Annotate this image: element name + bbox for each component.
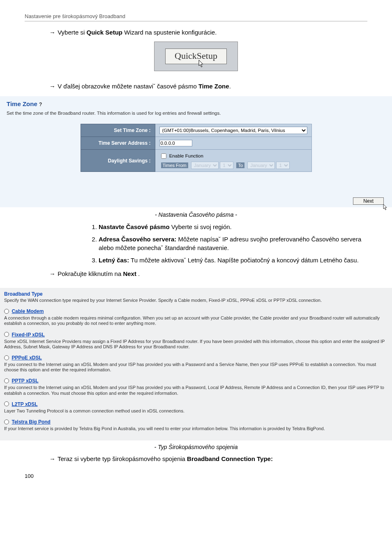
text: V ďalšej obrazovke môžete nastaviˇ časov… [58,83,198,90]
radio-icon[interactable] [4,378,9,383]
instruction-line-2: → V ďalšej obrazovke môžete nastaviˇ čas… [49,83,367,90]
times-from-label: Times From [161,162,188,168]
radio-icon[interactable] [4,309,9,314]
to-label: To [236,162,244,168]
broadband-caption: - Typ Širokopásmového spojenia [25,444,367,450]
option-link[interactable]: Telstra Big Pond [12,419,50,425]
option-link[interactable]: Cable Modem [12,308,44,314]
broadband-heading: Broadband Type [4,291,388,297]
arrow-icon: → [49,270,56,277]
item-rest: Tu môžete aktivovaˇ Letný čas. Napíšte p… [129,257,359,264]
radio-icon[interactable] [4,401,9,406]
daylight-label: Daylight Savings : [81,150,155,172]
from-month-select[interactable]: January [191,162,219,169]
text-bold: Next [123,270,136,277]
option-cable-modem: Cable Modem [4,307,388,315]
instruction-line-1: → Vyberte si Quick Setup Wizard na spust… [49,29,367,36]
time-server-label: Time Server Address : [81,137,155,150]
list-item: Letný čas: Tu môžete aktivovaˇ Letný čas… [99,256,367,264]
text: Wizard na spustenie konfigurácie. [122,29,217,36]
doc-header: Nastavenie pre širokopásmový Broadband [25,13,367,21]
enable-label: Enable Function [169,153,203,158]
item-rest: Vyberte si svoj región. [170,223,232,230]
cursor-icon [198,60,204,68]
quicksetup-panel: QuickSetup [154,42,238,71]
arrow-icon: → [49,83,56,90]
option-l2tp-xdsl: L2TP xDSL [4,400,388,408]
option-telstra-bigpond: Telstra Big Pond [4,418,388,425]
help-icon[interactable]: ? [39,102,42,107]
item-lead: Letný čas: [99,257,129,264]
numbered-list: Nastavte Časové pásmo Vyberte si svoj re… [90,223,367,264]
option-link[interactable]: L2TP xDSL [12,401,37,407]
time-server-input[interactable] [159,140,192,146]
to-month-select[interactable]: January [247,162,275,169]
option-desc: If you connect to the Internet using an … [4,385,388,396]
option-desc: Layer Two Tunneling Protocol is a common… [4,408,388,414]
to-day-select[interactable]: 1 [276,162,290,169]
item-lead: Adresa Časového servera: [99,236,176,243]
option-desc: If your Internet service is provided by … [4,426,388,431]
instruction-line-3: → Pokračujte kliknutím na Next . [49,270,367,277]
option-desc: A connection through a cable modem requi… [4,315,388,326]
radio-icon[interactable] [4,355,9,360]
text-bold: Broadband Connection Type: [187,455,273,462]
set-timezone-label: Set Time Zone : [81,124,155,137]
from-day-select[interactable]: 1 [220,162,233,169]
option-desc: If you connect to the Internet using an … [4,362,388,373]
timezone-title: Time Zone ? [7,100,385,107]
text: Vyberte si [58,29,86,36]
timezone-caption: - Nastavenia Časového pásma - [25,211,367,218]
option-link[interactable]: Fixed-IP xDSL [12,332,44,338]
option-link[interactable]: PPTP xDSL [12,378,38,384]
radio-icon[interactable] [4,332,9,337]
arrow-icon: → [49,29,56,36]
text: Time Zone [7,100,39,107]
option-pppoe-xdsl: PPPoE xDSL [4,354,388,361]
list-item: Nastavte Časové pásmo Vyberte si svoj re… [99,223,367,231]
instruction-line-4: → Teraz si vyberte typ širokopásmového s… [49,455,367,462]
set-timezone-select[interactable]: (GMT+01:00)Brussels, Copenhagen, Madrid,… [159,127,307,134]
text: Pokračujte kliknutím na [58,270,123,277]
text-bold: Quick Setup [86,29,122,36]
quicksetup-button[interactable]: QuickSetup [165,49,227,64]
broadband-panel: Broadband Type Specify the WAN connectio… [0,288,392,440]
broadband-heading-desc: Specify the WAN connection type required… [4,298,388,303]
enable-daylight-checkbox[interactable] [161,153,166,159]
next-button[interactable]: Next [353,197,384,205]
radio-icon[interactable] [4,419,9,424]
cursor-icon [383,204,388,211]
timezone-table: Set Time Zone : (GMT+01:00)Brussels, Cop… [81,124,312,172]
arrow-icon: → [49,455,56,462]
page-number: 100 [25,473,367,479]
timezone-subtitle: Set the time zone of the Broadband route… [7,111,385,116]
item-lead: Nastavte Časové pásmo [99,223,170,230]
text: . [229,83,231,90]
option-fixed-ip-xdsl: Fixed-IP xDSL [4,331,388,338]
list-item: Adresa Časového servera: Môžete napísaˇ … [99,235,367,252]
option-desc: Some xDSL Internet Service Providers may… [4,339,388,350]
option-link[interactable]: PPPoE xDSL [12,355,42,361]
quicksetup-label: QuickSetup [175,51,217,61]
option-pptp-xdsl: PPTP xDSL [4,377,388,384]
timezone-panel: Time Zone ? Set the time zone of the Bro… [0,96,392,207]
text: Teraz si vyberte typ širokopásmového spo… [58,455,187,462]
text-bold: Time Zone [198,83,229,90]
text: . [136,270,140,277]
